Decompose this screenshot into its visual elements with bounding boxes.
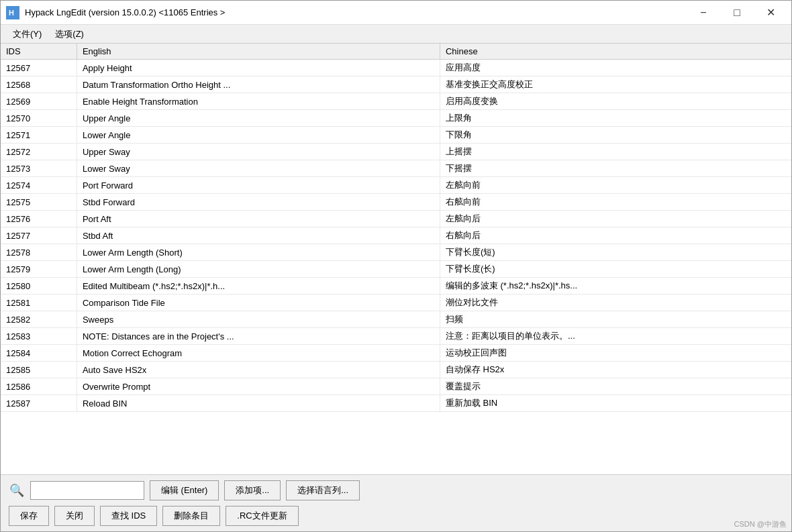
cell-chinese: 应用高度: [440, 60, 791, 76]
cell-chinese: 下臂长度(长): [440, 261, 791, 278]
cell-chinese: 上摇摆: [440, 144, 791, 160]
cell-english: Motion Correct Echogram: [77, 345, 440, 362]
title-bar: H Hypack LngEdit (version 15.0.0.2) <110…: [1, 1, 791, 25]
table-row[interactable]: 12574 Port Forward 左舷向前: [1, 177, 791, 194]
cell-chinese: 基准变换正交高度校正: [440, 76, 791, 93]
cell-ids: 12576: [1, 211, 77, 227]
table-row[interactable]: 12572 Upper Sway 上摇摆: [1, 144, 791, 160]
bottom-area: 🔍 编辑 (Enter) 添加项... 选择语言列... 保存 关闭 查找 ID…: [1, 475, 791, 531]
cell-ids: 12568: [1, 76, 77, 93]
cell-chinese: 重新加载 BIN: [440, 395, 791, 412]
svg-text:H: H: [9, 9, 14, 17]
cell-ids: 12580: [1, 278, 77, 295]
cell-chinese: 覆盖提示: [440, 378, 791, 395]
table-row[interactable]: 12580 Edited Multibeam (*.hs2;*.hs2x)|*.…: [1, 278, 791, 295]
cell-english: Reload BIN: [77, 395, 440, 412]
table-row[interactable]: 12573 Lower Sway 下摇摆: [1, 160, 791, 177]
table-row[interactable]: 12579 Lower Arm Length (Long) 下臂长度(长): [1, 261, 791, 278]
window-title: Hypack LngEdit (version 15.0.0.2) <11065…: [25, 7, 225, 17]
cell-chinese: 潮位对比文件: [440, 295, 791, 311]
cell-english: Lower Sway: [77, 160, 440, 177]
table-row[interactable]: 12585 Auto Save HS2x 自动保存 HS2x: [1, 362, 791, 378]
cell-ids: 12572: [1, 144, 77, 160]
table-row[interactable]: 12575 Stbd Forward 右舷向前: [1, 194, 791, 211]
cell-chinese: 启用高度变换: [440, 93, 791, 110]
cell-english: NOTE: Distances are in the Project's ...: [77, 328, 440, 345]
table-row[interactable]: 12570 Upper Angle 上限角: [1, 110, 791, 127]
cell-chinese: 运动校正回声图: [440, 345, 791, 362]
menu-options[interactable]: 选项(Z): [48, 25, 91, 43]
close-button-bottom[interactable]: 关闭: [54, 506, 95, 526]
cell-ids: 12574: [1, 177, 77, 194]
table-row[interactable]: 12577 Stbd Aft 右舷向后: [1, 227, 791, 244]
cell-ids: 12579: [1, 261, 77, 278]
maximize-button[interactable]: □: [722, 3, 752, 22]
cell-ids: 12585: [1, 362, 77, 378]
cell-english: Upper Sway: [77, 144, 440, 160]
cell-english: Edited Multibeam (*.hs2;*.hs2x)|*.h...: [77, 278, 440, 295]
search-input[interactable]: [30, 481, 144, 500]
cell-chinese: 右舷向前: [440, 194, 791, 211]
cell-chinese: 上限角: [440, 110, 791, 127]
cell-english: Port Forward: [77, 177, 440, 194]
select-lang-button[interactable]: 选择语言列...: [286, 480, 360, 500]
table-row[interactable]: 12569 Enable Height Transformation 启用高度变…: [1, 93, 791, 110]
cell-chinese: 右舷向后: [440, 227, 791, 244]
table-row[interactable]: 12586 Overwrite Prompt 覆盖提示: [1, 378, 791, 395]
cell-english: Auto Save HS2x: [77, 362, 440, 378]
cell-ids: 12581: [1, 295, 77, 311]
window-controls: − □ ✕: [688, 3, 786, 22]
minimize-button[interactable]: −: [688, 3, 719, 22]
table-row[interactable]: 12578 Lower Arm Length (Short) 下臂长度(短): [1, 244, 791, 261]
table-row[interactable]: 12581 Comparison Tide File 潮位对比文件: [1, 295, 791, 311]
rc-update-button[interactable]: .RC文件更新: [226, 506, 298, 526]
action-btn-row: 保存 关闭 查找 IDS 删除条目 .RC文件更新: [9, 506, 783, 526]
cell-chinese: 下摇摆: [440, 160, 791, 177]
cell-chinese: 下限角: [440, 127, 791, 144]
cell-english: Lower Angle: [77, 127, 440, 144]
add-button[interactable]: 添加项...: [224, 480, 281, 500]
table-container[interactable]: IDS English Chinese 12567 Apply Height 应…: [1, 44, 791, 475]
watermark: CSDN @中游鱼: [734, 519, 787, 529]
cell-english: Overwrite Prompt: [77, 378, 440, 395]
delete-button[interactable]: 删除条目: [162, 506, 220, 526]
close-button[interactable]: ✕: [755, 3, 786, 22]
header-chinese: Chinese: [440, 44, 791, 60]
data-table: IDS English Chinese 12567 Apply Height 应…: [1, 44, 791, 412]
cell-english: Apply Height: [77, 60, 440, 76]
table-row[interactable]: 12571 Lower Angle 下限角: [1, 127, 791, 144]
menu-bar: 文件(Y) 选项(Z): [1, 25, 791, 44]
cell-ids: 12586: [1, 378, 77, 395]
cell-english: Port Aft: [77, 211, 440, 227]
main-window: H Hypack LngEdit (version 15.0.0.2) <110…: [0, 0, 792, 532]
cell-ids: 12583: [1, 328, 77, 345]
table-row[interactable]: 12584 Motion Correct Echogram 运动校正回声图: [1, 345, 791, 362]
header-ids: IDS: [1, 44, 77, 60]
cell-english: Sweeps: [77, 311, 440, 328]
edit-button[interactable]: 编辑 (Enter): [150, 480, 219, 500]
cell-english: Lower Arm Length (Long): [77, 261, 440, 278]
find-ids-button[interactable]: 查找 IDS: [100, 506, 157, 526]
table-row[interactable]: 12582 Sweeps 扫频: [1, 311, 791, 328]
table-row[interactable]: 12568 Datum Transformation Ortho Height …: [1, 76, 791, 93]
cell-english: Comparison Tide File: [77, 295, 440, 311]
search-icon-wrapper: 🔍: [9, 482, 25, 498]
cell-ids: 12584: [1, 345, 77, 362]
header-english: English: [77, 44, 440, 60]
cell-english: Lower Arm Length (Short): [77, 244, 440, 261]
table-row[interactable]: 12567 Apply Height 应用高度: [1, 60, 791, 76]
table-row[interactable]: 12583 NOTE: Distances are in the Project…: [1, 328, 791, 345]
cell-chinese: 编辑的多波束 (*.hs2;*.hs2x)|*.hs...: [440, 278, 791, 295]
cell-ids: 12587: [1, 395, 77, 412]
cell-ids: 12578: [1, 244, 77, 261]
app-icon: H: [6, 6, 19, 19]
menu-file[interactable]: 文件(Y): [6, 25, 48, 43]
table-row[interactable]: 12576 Port Aft 左舷向后: [1, 211, 791, 227]
table-row[interactable]: 12587 Reload BIN 重新加载 BIN: [1, 395, 791, 412]
cell-chinese: 扫频: [440, 311, 791, 328]
cell-english: Upper Angle: [77, 110, 440, 127]
cell-ids: 12570: [1, 110, 77, 127]
save-button[interactable]: 保存: [9, 506, 49, 526]
cell-chinese: 注意：距离以项目的单位表示。...: [440, 328, 791, 345]
cell-english: Datum Transformation Ortho Height ...: [77, 76, 440, 93]
